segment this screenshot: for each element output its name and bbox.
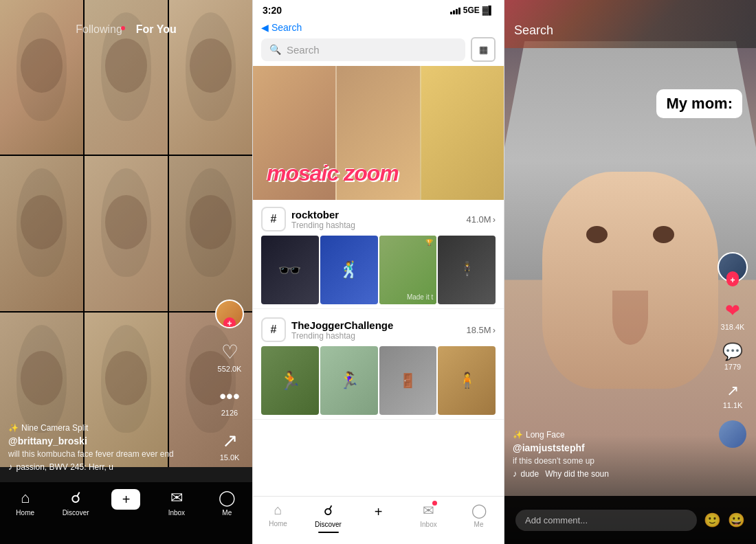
scan-icon[interactable]: ▦ bbox=[471, 37, 496, 62]
hashtag-count-val-2: 18.5M bbox=[467, 325, 491, 335]
like-action-1[interactable]: ♡ 552.0K bbox=[218, 341, 242, 373]
hashtag-name-2[interactable]: TheJoggerChallenge bbox=[291, 319, 393, 331]
share-action-3[interactable]: ↗ 11.1K bbox=[723, 382, 743, 409]
p2-home-label: Home bbox=[269, 520, 287, 528]
effect-badge-1: ✨ Nine Camera Split bbox=[8, 423, 204, 433]
hashtag-info-1: rocktober Trending hashtag bbox=[291, 209, 355, 230]
following-dot bbox=[121, 26, 125, 30]
comment-count-3: 1779 bbox=[724, 363, 741, 371]
p1-me-label: Me bbox=[222, 509, 232, 517]
music-row-1: ♪ passion, BWV 245: Herr, u bbox=[8, 462, 204, 472]
phone-1-screen: 3:22 5GE ▓▌ ◀ Search Following bbox=[0, 0, 252, 544]
hashtag-count-2: 18.5M › bbox=[467, 325, 496, 335]
hashtag-section-1: # rocktober Trending hashtag 41.0M › 🕶️ … bbox=[253, 200, 504, 309]
comment-input-3[interactable]: Add comment... bbox=[515, 510, 697, 531]
inbox-icon-2: ✉ bbox=[423, 502, 434, 519]
hashtag-thumbs-1: 🕶️ 🕺 Made it t 🏆 🕴️ bbox=[261, 236, 496, 304]
sparkle-icon-1: ✨ bbox=[8, 423, 19, 433]
thumb-1-4[interactable]: 🕴️ bbox=[438, 236, 496, 304]
follow-plus-icon[interactable]: + bbox=[726, 274, 739, 286]
p2-tab-discover[interactable]: ☌ Discover bbox=[311, 502, 346, 533]
p2-tab-add[interactable]: + bbox=[362, 502, 396, 521]
p1-tab-add[interactable]: + bbox=[109, 489, 143, 510]
reaction-btn[interactable]: 😀 bbox=[728, 512, 745, 528]
thumb-2-4[interactable]: 🧍 bbox=[438, 346, 496, 415]
add-button-1[interactable]: + bbox=[111, 489, 140, 510]
share-icon-3: ↗ bbox=[726, 382, 739, 400]
hashtag-count-val-1: 41.0M bbox=[467, 214, 491, 225]
search-icon-p2: 🔍 bbox=[269, 44, 281, 55]
battery-2: ▓▌ bbox=[482, 5, 494, 15]
phone-3-screen: 3:19 5GE ▓▌ Search My mom: + ❤ 318.4K 💬 bbox=[504, 0, 756, 544]
comment-count-1: 2126 bbox=[221, 409, 238, 417]
thumb-2-2[interactable]: 🏃‍♀️ bbox=[320, 346, 378, 415]
p1-tab-me[interactable]: ◯ Me bbox=[210, 489, 244, 517]
p2-tab-home[interactable]: ⌂ Home bbox=[261, 502, 296, 528]
time-2: 3:20 bbox=[263, 5, 282, 16]
emoji-selector-btn[interactable]: 🙂 bbox=[704, 512, 721, 528]
network-2: 5GE bbox=[463, 5, 480, 15]
thumb-2-1[interactable]: 🏃 bbox=[261, 346, 319, 415]
p2-inbox-label: Inbox bbox=[420, 521, 436, 528]
heart-icon-3: ❤ bbox=[725, 300, 740, 321]
profile-icon-1: ◯ bbox=[219, 489, 236, 507]
p3-profile-thumb[interactable] bbox=[719, 420, 746, 448]
p2-bottom-nav: ⌂ Home ☌ Discover + ✉ Inbox ◯ Me bbox=[253, 496, 504, 544]
home-icon-1: ⌂ bbox=[21, 489, 30, 507]
p1-video-info: ✨ Nine Camera Split @brittany_broski wil… bbox=[8, 423, 204, 472]
face-area bbox=[542, 172, 718, 389]
speech-bubble: My mom: bbox=[656, 89, 742, 118]
p1-tab-inbox[interactable]: ✉ Inbox bbox=[159, 489, 194, 517]
phone-2-screen: 3:20 5GE ▓▌ ◀ Search 🔍 Search ▦ bbox=[252, 0, 504, 544]
p1-bottom-nav: ⌂ Home ☌ Discover + ✉ Inbox ◯ Me bbox=[0, 482, 252, 544]
back-arrow-3[interactable]: Search bbox=[514, 23, 553, 38]
thumb-1-3[interactable]: Made it t 🏆 bbox=[379, 236, 437, 304]
active-tab-indicator bbox=[318, 532, 339, 533]
hashtag-name-1[interactable]: rocktober bbox=[291, 209, 355, 220]
hashtag-header-1: # rocktober Trending hashtag 41.0M › bbox=[261, 207, 496, 231]
hashtag-sub-1: Trending hashtag bbox=[291, 220, 355, 230]
feed-nav: Following For You bbox=[0, 19, 252, 40]
p2-tab-me[interactable]: ◯ Me bbox=[462, 502, 496, 528]
share-action-1[interactable]: ↗ 15.0K bbox=[220, 429, 240, 462]
creator-username-3[interactable]: @iamjuststephf bbox=[513, 442, 708, 453]
status-right-2: 5GE ▓▌ bbox=[450, 5, 494, 15]
p1-inbox-label: Inbox bbox=[168, 509, 185, 517]
qr-scan-icon: ▦ bbox=[479, 44, 488, 55]
back-arrow-2[interactable]: ◀ Search bbox=[261, 22, 302, 33]
hashtag-header-2: # TheJoggerChallenge Trending hashtag 18… bbox=[261, 317, 496, 342]
creator-avatar-1[interactable] bbox=[215, 299, 244, 328]
p1-tab-home[interactable]: ⌂ Home bbox=[8, 489, 43, 517]
hashtag-info-2: TheJoggerChallenge Trending hashtag bbox=[291, 319, 393, 341]
p1-sidebar: ♡ 552.0K ••• 2126 ↗ 15.0K bbox=[215, 299, 244, 462]
p1-home-label: Home bbox=[16, 509, 34, 517]
following-tab[interactable]: Following bbox=[76, 23, 122, 36]
p1-tab-discover[interactable]: ☌ Discover bbox=[58, 489, 93, 517]
grid-cell-4 bbox=[0, 156, 83, 310]
p3-sidebar: + ❤ 318.4K 💬 1779 ↗ 11.1K bbox=[718, 252, 748, 448]
comment-icon-1: ••• bbox=[219, 385, 239, 407]
music-note-icon-3: ♪ bbox=[513, 468, 518, 479]
comment-icon-3: 💬 bbox=[722, 342, 743, 361]
sparkle-icon-3: ✨ bbox=[513, 430, 523, 440]
mouth-area bbox=[612, 291, 647, 345]
share-icon-1: ↗ bbox=[222, 429, 238, 452]
comment-action-3[interactable]: 💬 1779 bbox=[722, 342, 743, 371]
thumb-1-1[interactable]: 🕶️ bbox=[261, 236, 319, 304]
thumb-2-3[interactable]: 🚪 bbox=[379, 346, 437, 415]
p2-tab-inbox[interactable]: ✉ Inbox bbox=[412, 502, 446, 528]
music-name-3a: dude bbox=[521, 469, 540, 479]
creator-username-1[interactable]: @brittany_broski bbox=[8, 435, 204, 446]
discover-icon-1: ☌ bbox=[71, 489, 81, 507]
video-grid bbox=[0, 0, 252, 467]
hashtag-thumbs-2: 🏃 🏃‍♀️ 🚪 🧍 bbox=[261, 346, 496, 415]
signal-bar-2-1 bbox=[450, 12, 452, 14]
comment-action-1[interactable]: ••• 2126 bbox=[219, 385, 239, 417]
video-caption-3: if this doesn't some up bbox=[513, 456, 708, 466]
search-input-2[interactable]: 🔍 Search bbox=[261, 38, 465, 61]
p3-video-info: ✨ Long Face @iamjuststephf if this doesn… bbox=[513, 430, 708, 479]
for-you-tab[interactable]: For You bbox=[136, 23, 177, 36]
like-action-3[interactable]: ❤ 318.4K bbox=[721, 300, 745, 331]
add-button-2[interactable]: + bbox=[364, 502, 393, 521]
thumb-1-2[interactable]: 🕺 bbox=[320, 236, 378, 304]
